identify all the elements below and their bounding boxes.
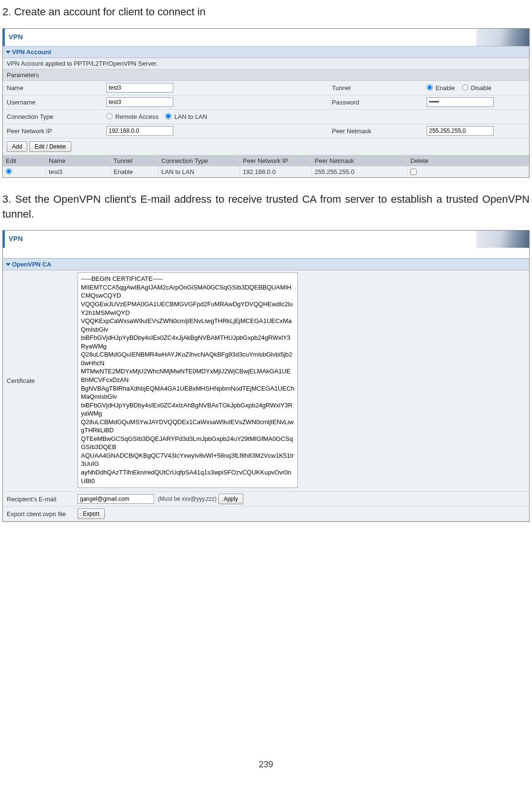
chevron-down-icon (6, 263, 11, 266)
row-username: Username Password (3, 95, 529, 110)
spacer-row (3, 248, 529, 258)
tab-vpn-2[interactable]: VPN (5, 231, 27, 248)
input-password[interactable] (427, 97, 494, 107)
label-peer-network-ip: Peer Network IP (3, 125, 103, 137)
row-delete-checkbox[interactable] (410, 169, 417, 175)
th-peer-netmask: Peer Netmask (312, 155, 407, 166)
textarea-certificate[interactable] (78, 272, 298, 488)
label-export-row: Export client.ovpn file (3, 507, 75, 521)
email-hint: (Must be xxx@yyy.zzz) (158, 496, 217, 502)
edit-delete-button[interactable]: Edit / Delete (29, 141, 71, 152)
section-openvpn-ca[interactable]: OpenVPN CA (3, 258, 529, 270)
input-recipient-email[interactable] (78, 494, 154, 504)
input-name[interactable] (106, 83, 173, 92)
th-tunnel: Tunnel (111, 155, 158, 166)
parameters-header: Parameters (3, 69, 529, 81)
table-header: Edit Name Tunnel Connection Type Peer Ne… (3, 155, 529, 166)
radio-enable[interactable]: Enable (427, 84, 455, 92)
row-edit-radio[interactable] (6, 168, 12, 174)
page-number: 239 (0, 760, 532, 770)
radio-lan-to-lan[interactable]: LAN to LAN (165, 113, 207, 120)
apply-button[interactable]: Apply (218, 494, 243, 504)
banner-area (27, 29, 529, 46)
radio-remote-access[interactable]: Remote Access (106, 113, 158, 120)
vpn-account-panel: VPN VPN Account VPN Account applied to P… (2, 28, 530, 178)
table-row: test3 Enable LAN to LAN 192.168.0.0 255.… (3, 166, 529, 177)
banner-area-2 (27, 231, 529, 248)
label-name: Name (3, 82, 103, 94)
decorative-banner (476, 231, 529, 248)
input-username[interactable] (106, 97, 173, 107)
input-peer-network-ip[interactable] (106, 126, 173, 136)
row-connection-type: Connection Type Remote Access LAN to LAN (3, 110, 529, 124)
row-recipient-email: Recipient's E-mail (Must be xxx@yyy.zzz)… (3, 492, 529, 507)
th-name: Name (46, 155, 111, 166)
th-delete: Delete (407, 155, 529, 166)
export-button[interactable]: Export (78, 509, 105, 519)
tab-vpn[interactable]: VPN (5, 29, 27, 46)
row-name: Name Tunnel Enable Disable (3, 81, 529, 95)
th-connection-type: Connection Type (158, 155, 240, 166)
td-tunnel: Enable (111, 166, 158, 177)
th-edit: Edit (3, 155, 46, 166)
openvpn-ca-panel: VPN OpenVPN CA Certificate Recipient's E… (2, 230, 530, 522)
button-row: Add Edit / Delete (3, 139, 529, 155)
td-connection-type: LAN to LAN (158, 166, 240, 177)
input-peer-netmask[interactable] (427, 126, 494, 136)
label-tunnel: Tunnel (328, 82, 424, 94)
row-peer-network: Peer Network IP Peer Netmask (3, 124, 529, 139)
td-name: test3 (46, 166, 111, 177)
vpn-account-info: VPN Account applied to PPTP/L2TP/OpenVPN… (3, 58, 529, 69)
row-certificate: Certificate (3, 270, 529, 492)
radio-disable[interactable]: Disable (462, 84, 492, 92)
td-peer-network-ip: 192.168.0.0 (240, 166, 312, 177)
label-recipient-email: Recipient's E-mail (3, 492, 75, 506)
label-password: Password (328, 96, 424, 108)
label-peer-netmask: Peer Netmask (328, 125, 424, 137)
td-peer-netmask: 255.255.255.0 (312, 166, 407, 177)
label-username: Username (3, 96, 103, 108)
chevron-down-icon (6, 51, 11, 54)
step-3-text: 3. Set the OpenVPN client's E-mail addre… (2, 192, 530, 222)
label-connection-type: Connection Type (3, 111, 103, 123)
tab-row: VPN (3, 29, 529, 46)
decorative-banner (476, 29, 529, 46)
tab-row-2: VPN (3, 231, 529, 248)
row-export: Export client.ovpn file Export (3, 507, 529, 521)
step-2-text: 2. Create an account for client to conne… (2, 5, 530, 20)
label-certificate: Certificate (3, 270, 75, 491)
section-vpn-account[interactable]: VPN Account (3, 46, 529, 58)
th-peer-network-ip: Peer Network IP (240, 155, 312, 166)
add-button[interactable]: Add (7, 141, 27, 152)
